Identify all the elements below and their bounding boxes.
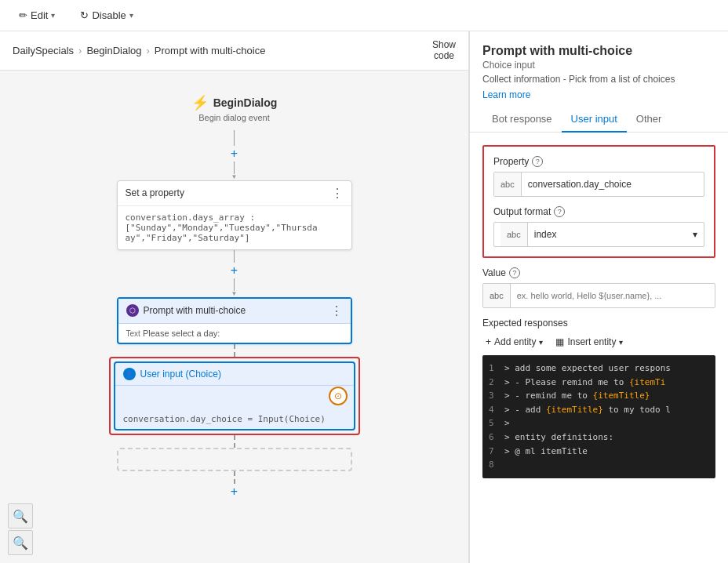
code-text-2: > - Please remind me to {itemTi (504, 376, 665, 390)
right-panel: Prompt with multi-choice Choice input Co… (469, 31, 728, 563)
value-text-input[interactable] (511, 291, 715, 300)
code-text-1: > add some expected user respons (504, 361, 671, 376)
user-input-header: 👤 User input (Choice) ⊙ (115, 363, 354, 386)
breadcrumb-sep-1: › (78, 45, 82, 56)
property-input[interactable]: abc (493, 172, 704, 197)
main-layout: DailySpecials › BeginDialog › Prompt wit… (0, 31, 728, 563)
zoom-out-button[interactable]: 🔍 (8, 530, 33, 555)
add-entity-button[interactable]: + Add entity ▾ (482, 335, 546, 349)
add-node-3[interactable]: + (227, 484, 242, 499)
code-line-3: 3 > - remind me to {itemTitle} (489, 389, 709, 403)
value-prefix: abc (483, 284, 511, 307)
value-label: Value ? (482, 267, 715, 278)
breadcrumb-item-3[interactable]: Prompt with multi-choice (155, 45, 266, 56)
property-text-input[interactable] (522, 179, 704, 190)
line-num-1: 1 (489, 361, 498, 376)
begin-dialog-title: ⚡ BeginDialog (191, 94, 278, 111)
highlighted-fields-section: Property ? abc Output format ? ab (482, 145, 715, 258)
plus-icon: + (486, 336, 491, 347)
user-input-node[interactable]: 👤 User input (Choice) ⊙ conversation.day… (114, 361, 355, 430)
code-line-5: 5 > (489, 416, 709, 430)
edit-button[interactable]: ✏ Edit ▾ (13, 6, 61, 24)
property-label: Property ? (493, 156, 704, 167)
user-input-body (115, 386, 354, 409)
output-format-help-icon[interactable]: ? (554, 206, 565, 217)
prompt-icon: ⬡ (126, 304, 139, 317)
code-text-3: > - remind me to {itemTitle} (504, 389, 650, 403)
prompt-text-label: Text (126, 329, 140, 338)
refresh-icon: ↻ (80, 9, 89, 21)
insert-entity-chevron-icon: ▾ (619, 338, 623, 347)
property-help-icon[interactable]: ? (532, 156, 543, 167)
user-input-footer: conversation.day_choice = Input(Choice) (115, 409, 354, 429)
property-field-group: Property ? abc (493, 156, 704, 197)
begin-dialog-title-text: BeginDialog (213, 96, 278, 109)
canvas-content: ⚡ BeginDialog Begin dialog event + ▼ Set… (0, 71, 468, 563)
value-input[interactable]: abc (482, 283, 715, 308)
flow-container: ⚡ BeginDialog Begin dialog event + ▼ Set… (16, 86, 453, 499)
output-format-field-group: Output format ? abc index ▾ (493, 206, 704, 247)
prompt-body: Text Please select a day: (118, 324, 351, 343)
code-line-2: 2 > - Please remind me to {itemTi (489, 376, 709, 390)
edit-icon: ✏ (19, 9, 27, 21)
tab-bot-response[interactable]: Bot response (482, 107, 562, 133)
set-property-code: conversation.days_array :["Sunday","Mond… (126, 212, 318, 243)
set-property-header: Set a property ⋮ (118, 181, 351, 206)
output-format-value: index (534, 229, 693, 240)
user-icon: 👤 (123, 368, 136, 380)
add-entity-chevron-icon: ▾ (539, 338, 543, 347)
add-node-1[interactable]: + (227, 146, 242, 162)
breadcrumb-item-2[interactable]: BeginDialog (86, 45, 141, 56)
connector-1 (234, 130, 235, 146)
code-editor[interactable]: 1 > add some expected user respons 2 > -… (482, 355, 715, 478)
tab-other[interactable]: Other (627, 107, 672, 133)
tab-user-input[interactable]: User input (562, 107, 627, 133)
panel-subtitle: Choice input (482, 60, 715, 71)
insert-entity-button[interactable]: ▦ Insert entity ▾ (552, 335, 626, 349)
output-format-label: Output format ? (493, 206, 704, 217)
add-entity-label: Add entity (494, 336, 536, 347)
code-line-4: 4 > - add {itemTitle} to my todo l (489, 403, 709, 417)
learn-more-link[interactable]: Learn more (482, 89, 715, 100)
line-num-2: 2 (489, 376, 498, 390)
expected-responses-section: Expected responses + Add entity ▾ ▦ Inse… (482, 318, 715, 478)
expected-responses-label: Expected responses (482, 318, 715, 329)
code-line-8: 8 (489, 458, 709, 472)
zoom-in-button[interactable]: 🔍 (8, 503, 33, 528)
dashed-section: 👤 User input (Choice) ⊙ conversation.day… (109, 344, 360, 499)
user-input-section[interactable]: 👤 User input (Choice) ⊙ conversation.day… (109, 357, 360, 435)
line-num-3: 3 (489, 389, 498, 403)
set-property-node[interactable]: Set a property ⋮ conversation.days_array… (117, 180, 352, 250)
value-field-group: Value ? abc (482, 267, 715, 308)
dropdown-arrow-icon: ▾ (693, 229, 697, 240)
toolbar: ✏ Edit ▾ ↻ Disable ▾ (0, 0, 728, 31)
breadcrumb-item-1[interactable]: DailySpecials (13, 45, 74, 56)
set-property-body: conversation.days_array :["Sunday","Mond… (118, 206, 351, 249)
tabs: Bot response User input Other (470, 107, 728, 133)
zoom-controls: 🔍 🔍 (8, 503, 33, 555)
breadcrumb-sep-2: › (147, 45, 150, 56)
code-text-4: > - add {itemTitle} to my todo l (504, 403, 671, 417)
prompt-node[interactable]: ⬡ Prompt with multi-choice ⋮ Text Please… (117, 297, 352, 344)
line-num-5: 5 (489, 416, 498, 430)
arrow-2: ▼ (231, 291, 238, 297)
set-property-title: Set a property (126, 187, 184, 198)
output-format-dropdown[interactable]: abc index ▾ (493, 222, 704, 247)
line-num-8: 8 (489, 458, 498, 472)
show-code-button[interactable]: Showcode (432, 39, 456, 62)
code-text-7: > @ ml itemTitle (504, 445, 588, 459)
code-line-1: 1 > add some expected user respons (489, 361, 709, 376)
edit-chevron-icon: ▾ (51, 11, 55, 20)
disable-label: Disable (92, 9, 126, 21)
begin-dialog-subtitle: Begin dialog event (198, 113, 270, 122)
code-text-5: > (504, 416, 510, 430)
code-line-6: 6 > entity definitions: (489, 430, 709, 445)
set-property-menu[interactable]: ⋮ (331, 186, 344, 201)
line-num-7: 7 (489, 445, 498, 459)
disable-button[interactable]: ↻ Disable ▾ (74, 6, 139, 24)
prompt-menu[interactable]: ⋮ (330, 303, 343, 318)
user-input-title: User input (Choice) (140, 369, 221, 380)
add-node-2[interactable]: + (227, 263, 242, 278)
connector-4 (234, 278, 235, 291)
value-help-icon[interactable]: ? (509, 267, 520, 278)
